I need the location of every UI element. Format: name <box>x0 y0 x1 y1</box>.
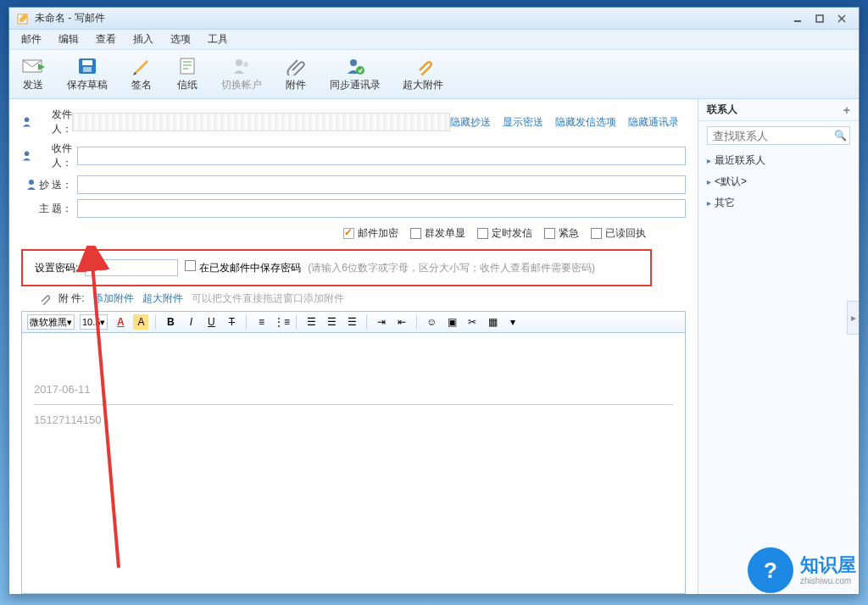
cc-label: 抄 送： <box>21 178 72 192</box>
font-select[interactable]: 微软雅黑 ▾ <box>27 314 75 330</box>
compose-pane: 发件人： 隐藏抄送 显示密送 隐藏发信选项 隐藏通讯录 收件人： 抄 送： 主 … <box>9 99 698 594</box>
outdent-button[interactable]: ⇤ <box>394 314 409 330</box>
add-attachment-link[interactable]: 添加附件 <box>93 291 134 306</box>
hide-send-opts-link[interactable]: 隐藏发信选项 <box>555 115 616 130</box>
menubar: 邮件 编辑 查看 插入 选项 工具 <box>9 30 859 50</box>
add-contact-button[interactable]: + <box>843 103 850 117</box>
send-icon <box>21 56 45 76</box>
watermark-icon: ? <box>748 547 793 593</box>
password-section: 设置密码: 在已发邮件中保存密码 (请输入6位数字或字母，区分大小写；收件人查看… <box>21 249 652 286</box>
maximize-button[interactable] <box>810 12 830 25</box>
cc-input[interactable] <box>77 175 686 194</box>
paperclip-small-icon <box>38 293 50 305</box>
read-receipt-checkbox[interactable]: 已读回执 <box>591 226 646 241</box>
svg-point-16 <box>356 66 364 75</box>
more-button[interactable]: ▾ <box>505 314 520 330</box>
stationery-icon <box>175 56 199 76</box>
sidebar-item-other[interactable]: 其它 <box>698 192 859 214</box>
switch-account-button[interactable]: 切换帐户 <box>218 54 265 94</box>
highlight-button[interactable]: A <box>133 314 148 330</box>
bold-button[interactable]: B <box>163 314 178 330</box>
strike-button[interactable]: T <box>224 314 239 330</box>
watermark-url: zhishiwu.com <box>800 576 856 586</box>
menu-mail[interactable]: 邮件 <box>14 31 48 48</box>
sidebar-item-recent[interactable]: 最近联系人 <box>698 150 859 171</box>
menu-edit[interactable]: 编辑 <box>52 31 86 48</box>
image-button[interactable]: ▣ <box>444 314 459 330</box>
align-center-button[interactable]: ☰ <box>324 314 339 330</box>
signature-button[interactable]: 签名 <box>126 54 157 94</box>
minimize-button[interactable] <box>787 12 808 25</box>
emoji-button[interactable]: ☺ <box>424 314 439 330</box>
svg-rect-9 <box>181 58 194 74</box>
sidebar-item-default[interactable]: <默认> <box>698 171 859 192</box>
attachment-button[interactable]: 附件 <box>281 54 311 94</box>
svg-point-13 <box>236 59 242 66</box>
watermark: ? 知识屋 zhishiwu.com <box>748 547 856 593</box>
svg-rect-2 <box>816 15 823 22</box>
italic-button[interactable]: I <box>183 314 198 330</box>
to-input[interactable] <box>77 147 686 165</box>
password-input[interactable] <box>85 259 178 276</box>
ordered-list-button[interactable]: ≡ <box>253 314 269 330</box>
watermark-brand: 知识屋 <box>800 555 856 575</box>
menu-view[interactable]: 查看 <box>89 31 123 48</box>
subject-input[interactable] <box>77 199 686 218</box>
screenshot-button[interactable]: ✂ <box>465 314 480 330</box>
compose-icon <box>16 12 30 25</box>
expand-tab[interactable]: ▸ <box>847 301 859 335</box>
password-label: 设置密码: <box>35 261 78 275</box>
underline-button[interactable]: U <box>203 314 219 330</box>
sync-contacts-icon <box>343 56 367 76</box>
unordered-list-button[interactable]: ⋮≡ <box>274 314 289 330</box>
editor-body[interactable]: 2017-06-11 15127114150 <box>21 333 686 594</box>
stationery-button[interactable]: 信纸 <box>172 54 203 94</box>
svg-point-18 <box>25 151 30 156</box>
menu-options[interactable]: 选项 <box>164 31 198 48</box>
attach-hint: 可以把文件直接拖进窗口添加附件 <box>192 291 344 306</box>
font-color-button[interactable]: A <box>113 314 128 330</box>
header-links: 隐藏抄送 显示密送 隐藏发信选项 隐藏通讯录 <box>450 115 686 130</box>
scheduled-checkbox[interactable]: 定时发信 <box>477 226 532 241</box>
pen-icon <box>130 56 153 76</box>
window-title: 未命名 - 写邮件 <box>35 11 787 25</box>
align-right-button[interactable]: ☰ <box>344 314 359 330</box>
hide-contacts-link[interactable]: 隐藏通讯录 <box>628 115 679 130</box>
show-bcc-link[interactable]: 显示密送 <box>503 115 543 130</box>
send-button[interactable]: 发送 <box>18 54 48 94</box>
svg-point-14 <box>243 62 248 67</box>
table-button[interactable]: ▦ <box>485 314 500 330</box>
big-attachment-button[interactable]: 超大附件 <box>399 54 447 94</box>
to-label: 收件人： <box>21 142 72 170</box>
body-line2: 15127114150 <box>34 414 673 426</box>
hide-cc-link[interactable]: 隐藏抄送 <box>450 115 491 130</box>
search-icon: 🔍 <box>834 130 847 142</box>
close-button[interactable] <box>832 12 852 25</box>
save-draft-button[interactable]: 保存草稿 <box>64 54 111 94</box>
indent-button[interactable]: ⇥ <box>374 314 389 330</box>
save-password-checkbox[interactable]: 在已发邮件中保存密码 <box>185 260 301 275</box>
align-left-button[interactable]: ☰ <box>303 314 319 330</box>
mass-reply-checkbox[interactable]: 群发单显 <box>410 226 465 241</box>
body-line1: 2017-06-11 <box>34 383 673 396</box>
sync-contacts-button[interactable]: 同步通讯录 <box>326 54 384 94</box>
fontsize-select[interactable]: 10.5 ▾ <box>80 314 108 330</box>
big-paperclip-icon <box>411 56 435 76</box>
switch-account-icon <box>230 56 253 76</box>
options-row: 邮件加密 群发单显 定时发信 紧急 已读回执 <box>21 223 686 244</box>
svg-rect-7 <box>82 60 92 65</box>
svg-rect-8 <box>83 67 92 72</box>
urgent-checkbox[interactable]: 紧急 <box>544 226 579 241</box>
sender-label: 发件人： <box>21 108 72 136</box>
paperclip-icon <box>284 56 308 76</box>
svg-point-17 <box>25 117 30 122</box>
big-attachment-link[interactable]: 超大附件 <box>142 291 183 306</box>
contact-search-input[interactable] <box>707 126 850 145</box>
attach-label: 附 件: <box>58 291 85 306</box>
attachment-row: 附 件: 添加附件 超大附件 可以把文件直接拖进窗口添加附件 <box>21 286 686 311</box>
menu-tools[interactable]: 工具 <box>201 31 235 48</box>
contacts-sidebar: 联系人 + 🔍 最近联系人 <默认> 其它 <box>698 99 859 594</box>
menu-insert[interactable]: 插入 <box>126 31 160 48</box>
app-window: 未命名 - 写邮件 邮件 编辑 查看 插入 选项 工具 发送 保存草稿 签名 信… <box>8 7 860 595</box>
encrypt-checkbox[interactable]: 邮件加密 <box>343 226 398 241</box>
